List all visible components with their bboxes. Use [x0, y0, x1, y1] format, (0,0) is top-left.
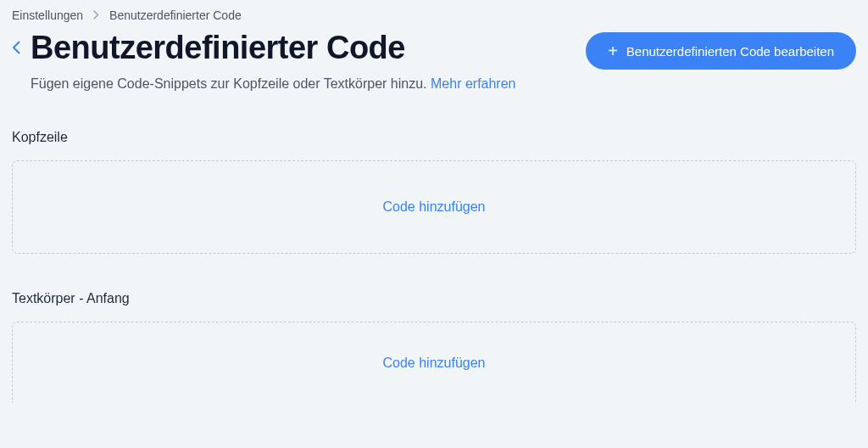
page-subtitle: Fügen eigene Code-Snippets zur Kopfzeile…	[31, 73, 522, 95]
page-title: Benutzerdefinierter Code	[31, 29, 522, 68]
chevron-left-icon	[12, 41, 20, 54]
title-block: Benutzerdefinierter Code Fügen eigene Co…	[31, 29, 522, 94]
sections: Kopfzeile Code hinzufügen Textkörper - A…	[0, 94, 868, 403]
add-code-head[interactable]: Code hinzufügen	[12, 160, 856, 254]
section-body-start: Textkörper - Anfang Code hinzufügen	[12, 291, 856, 403]
edit-custom-code-button[interactable]: + Benutzerdefinierten Code bearbeiten	[586, 32, 856, 70]
header-left: Benutzerdefinierter Code Fügen eigene Co…	[12, 29, 586, 94]
add-code-head-label: Code hinzufügen	[383, 199, 486, 215]
breadcrumb: Einstellungen Benutzerdefinierter Code	[0, 0, 868, 27]
subtitle-text: Fügen eigene Code-Snippets zur Kopfzeile…	[31, 76, 431, 91]
breadcrumb-root[interactable]: Einstellungen	[12, 8, 83, 22]
edit-button-label: Benutzerdefinierten Code bearbeiten	[626, 44, 834, 59]
add-code-body-start[interactable]: Code hinzufügen	[12, 322, 856, 403]
page-header: Benutzerdefinierter Code Fügen eigene Co…	[0, 27, 868, 94]
plus-icon: +	[608, 42, 618, 59]
breadcrumb-current: Benutzerdefinierter Code	[109, 8, 242, 22]
section-body-start-label: Textkörper - Anfang	[12, 291, 856, 306]
add-code-body-start-label: Code hinzufügen	[383, 356, 486, 371]
section-head: Kopfzeile Code hinzufügen	[12, 130, 856, 254]
chevron-right-icon	[93, 8, 99, 22]
section-head-label: Kopfzeile	[12, 130, 856, 145]
back-button[interactable]	[12, 29, 20, 59]
learn-more-link[interactable]: Mehr erfahren	[431, 76, 516, 91]
